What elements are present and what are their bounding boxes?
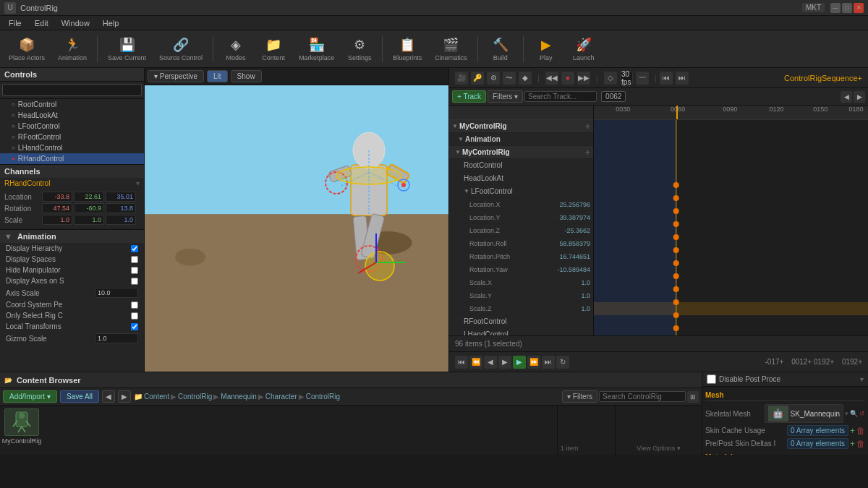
- pb-to-end-btn[interactable]: ⏭: [542, 356, 555, 369]
- bc-mannequin[interactable]: Mannequin: [221, 393, 256, 401]
- cb-back-btn[interactable]: ◀: [102, 390, 115, 403]
- track-loc-x-1[interactable]: Location.X 25.256796: [449, 198, 593, 211]
- skin-cache-add-btn[interactable]: +: [850, 426, 855, 436]
- track-rfootcontrol[interactable]: RFootControl: [449, 315, 593, 328]
- track-loc-z-1[interactable]: Location.Z -25.3662: [449, 224, 593, 237]
- menu-window[interactable]: Window: [56, 17, 95, 29]
- track-headlookat[interactable]: HeadLookAt: [449, 172, 593, 185]
- seq-fps-display[interactable]: 30 fps: [620, 72, 633, 85]
- display-spaces-checkbox[interactable]: [131, 256, 138, 263]
- bc-controlrig-2[interactable]: ControlRig: [306, 393, 340, 401]
- seq-goto-start[interactable]: ⏮: [660, 72, 673, 85]
- viewport[interactable]: ▾ Perspective Lit Show U: [145, 68, 448, 372]
- menu-edit[interactable]: Edit: [29, 17, 54, 29]
- viewport-lit-btn[interactable]: Lit: [207, 70, 228, 82]
- display-hierarchy-checkbox[interactable]: [131, 245, 138, 252]
- details-collapse-btn[interactable]: ▾: [860, 375, 864, 383]
- sk-reset-icon[interactable]: ↺: [859, 410, 865, 417]
- pb-step-back-btn[interactable]: ◀: [484, 356, 497, 369]
- viewport-show-btn[interactable]: Show: [231, 70, 262, 82]
- pb-to-start-btn[interactable]: ⏮: [455, 356, 468, 369]
- seq-key-icon[interactable]: 🔑: [471, 72, 484, 85]
- pre-post-add-btn[interactable]: +: [850, 439, 855, 449]
- pb-play-btn[interactable]: ▶: [513, 356, 526, 369]
- sequencer-timeline[interactable]: 0030 0060 0090 0120 0150 0180: [594, 106, 868, 335]
- bc-character[interactable]: Character: [265, 393, 297, 401]
- pb-loop-btn[interactable]: ↻: [556, 356, 569, 369]
- seq-key2-icon[interactable]: ◇: [604, 72, 617, 85]
- save-current-button[interactable]: 💾 Save Current: [102, 34, 152, 64]
- controls-search-input[interactable]: [2, 84, 142, 96]
- seq-ctrl2[interactable]: ▶: [854, 91, 865, 103]
- track-rot-pitch-1[interactable]: Rotation.Pitch 16.744651: [449, 250, 593, 263]
- track-mycontrolrig-sub[interactable]: ▼ MyControlRig +: [449, 146, 593, 159]
- ctrl-item-lhandcontrol[interactable]: LHandControl: [0, 142, 144, 153]
- filters-button[interactable]: Filters ▾: [488, 90, 523, 103]
- seq-goto-end[interactable]: ⏭: [676, 72, 689, 85]
- seq-ctrl1[interactable]: ◀: [841, 91, 852, 103]
- cb-filters-btn[interactable]: ▾ Filters: [562, 390, 597, 403]
- hide-manipulator-checkbox[interactable]: [131, 267, 138, 274]
- track-scale-y-1[interactable]: Scale.Y 1.0: [449, 289, 593, 302]
- menu-help[interactable]: Help: [97, 17, 125, 29]
- asset-mycontrolrig[interactable]: MyControlRig: [3, 408, 41, 445]
- bc-controlrig-1[interactable]: ControlRig: [178, 393, 212, 401]
- seq-record-btn[interactable]: ●: [561, 72, 574, 85]
- ctrl-item-lfootcontrol[interactable]: LFootControl: [0, 121, 144, 132]
- track-animation[interactable]: ▼ Animation: [449, 133, 593, 146]
- ctrl-item-rhandcontrol[interactable]: RHandControl: [0, 153, 144, 164]
- menu-file[interactable]: File: [3, 17, 27, 29]
- pre-post-del-btn[interactable]: 🗑: [856, 439, 865, 449]
- save-all-button[interactable]: Save All: [60, 390, 99, 403]
- track-rot-yaw-1[interactable]: Rotation.Yaw -10.589484: [449, 263, 593, 276]
- track-rootcontrol[interactable]: RootControl: [449, 159, 593, 172]
- maximize-button[interactable]: □: [842, 3, 852, 13]
- skin-cache-del-btn[interactable]: 🗑: [856, 426, 865, 436]
- pb-prev-key-btn[interactable]: ⏪: [469, 356, 482, 369]
- place-actors-button[interactable]: 📦 Place Actors: [3, 34, 51, 64]
- cb-view-options-btn[interactable]: ⊞: [687, 391, 699, 403]
- local-transforms-checkbox[interactable]: [131, 323, 138, 330]
- viewport-perspective-btn[interactable]: ▾ Perspective: [148, 70, 204, 82]
- gizmo-scale-input[interactable]: [95, 333, 138, 343]
- add-track-button[interactable]: + Track: [452, 90, 486, 103]
- seq-prev-btn[interactable]: ◀◀: [545, 72, 558, 85]
- play-button[interactable]: ▶ Play: [528, 34, 564, 64]
- view-options-label[interactable]: View Options ▾: [637, 445, 680, 452]
- track-rot-roll-1[interactable]: Rotation.Roll 58.858379: [449, 237, 593, 250]
- content-button[interactable]: 📁 Content: [255, 34, 292, 64]
- pb-step-fwd-btn[interactable]: ▶: [498, 356, 511, 369]
- track-sub-add-icon[interactable]: +: [585, 147, 590, 158]
- coord-system-checkbox[interactable]: [131, 301, 138, 309]
- marketplace-button[interactable]: 🏪 Marketplace: [293, 34, 340, 64]
- cb-fwd-btn[interactable]: ▶: [118, 390, 131, 403]
- axis-scale-input[interactable]: [95, 288, 138, 298]
- only-select-rig-checkbox[interactable]: [131, 312, 138, 320]
- sk-browse-icon[interactable]: 🔍: [850, 410, 858, 417]
- close-button[interactable]: ✕: [854, 3, 864, 13]
- source-control-button[interactable]: 🔗 Source Control: [153, 34, 208, 64]
- seq-wave-icon[interactable]: 〰: [636, 72, 649, 85]
- settings-button[interactable]: ⚙ Settings: [341, 34, 378, 64]
- seq-marker-icon[interactable]: ◆: [519, 72, 532, 85]
- ctrl-item-headlookat[interactable]: HeadLookAt: [0, 110, 144, 121]
- blueprints-button[interactable]: 📋 Blueprints: [387, 34, 427, 64]
- track-mycontrolrig-root[interactable]: ▼ MyControlRig +: [449, 120, 593, 133]
- track-loc-y-1[interactable]: Location.Y 39.387974: [449, 211, 593, 224]
- track-scale-z-1[interactable]: Scale.Z 1.0: [449, 302, 593, 315]
- track-search-input[interactable]: [524, 91, 597, 102]
- launch-button[interactable]: 🚀 Launch: [566, 34, 602, 64]
- minimize-button[interactable]: —: [830, 3, 841, 13]
- animation-button[interactable]: 🏃 Animation: [52, 34, 93, 64]
- seq-camera-icon[interactable]: 🎥: [455, 72, 468, 85]
- cb-search-input[interactable]: [599, 391, 686, 402]
- ctrl-item-rfootcontrol[interactable]: RFootControl: [0, 132, 144, 142]
- ctrl-item-rootcontrol[interactable]: RootControl: [0, 99, 144, 110]
- pb-next-key-btn[interactable]: ⏩: [527, 356, 540, 369]
- track-lhandcontrol[interactable]: LHandControl: [449, 328, 593, 335]
- bc-content[interactable]: Content: [144, 393, 169, 401]
- seq-curve-icon[interactable]: 〜: [503, 72, 516, 85]
- build-button[interactable]: 🔨 Build: [482, 34, 519, 64]
- disable-post-process-checkbox[interactable]: [707, 374, 716, 384]
- seq-next-btn[interactable]: ▶▶: [577, 72, 590, 85]
